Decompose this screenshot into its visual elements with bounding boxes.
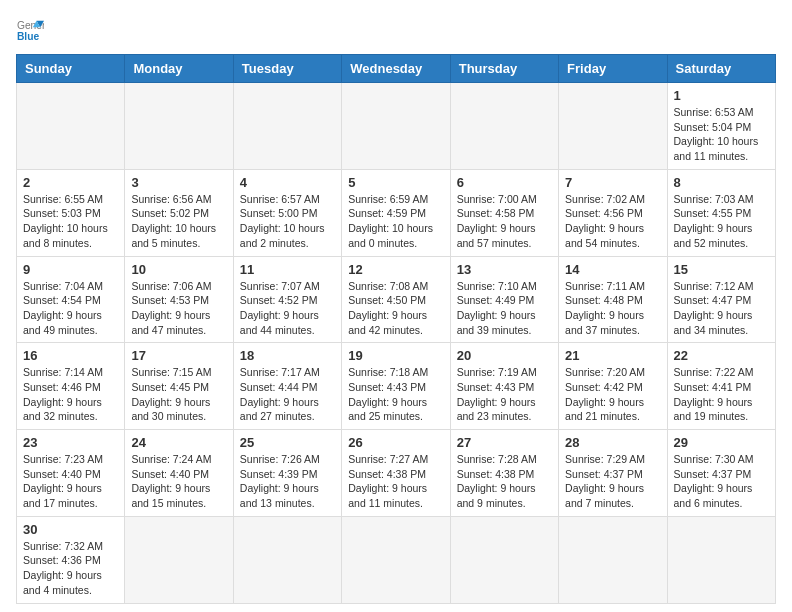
weekday-header-thursday: Thursday: [450, 55, 558, 83]
day-cell: 3Sunrise: 6:56 AM Sunset: 5:02 PM Daylig…: [125, 169, 233, 256]
day-info: Sunrise: 7:20 AM Sunset: 4:42 PM Dayligh…: [565, 365, 660, 424]
day-number: 3: [131, 175, 226, 190]
day-number: 14: [565, 262, 660, 277]
weekday-header-friday: Friday: [559, 55, 667, 83]
day-cell: 27Sunrise: 7:28 AM Sunset: 4:38 PM Dayli…: [450, 430, 558, 517]
day-cell: 23Sunrise: 7:23 AM Sunset: 4:40 PM Dayli…: [17, 430, 125, 517]
day-cell: 20Sunrise: 7:19 AM Sunset: 4:43 PM Dayli…: [450, 343, 558, 430]
day-cell: [450, 516, 558, 603]
day-cell: 6Sunrise: 7:00 AM Sunset: 4:58 PM Daylig…: [450, 169, 558, 256]
day-cell: 5Sunrise: 6:59 AM Sunset: 4:59 PM Daylig…: [342, 169, 450, 256]
day-cell: [450, 83, 558, 170]
day-number: 17: [131, 348, 226, 363]
day-cell: 26Sunrise: 7:27 AM Sunset: 4:38 PM Dayli…: [342, 430, 450, 517]
day-cell: 28Sunrise: 7:29 AM Sunset: 4:37 PM Dayli…: [559, 430, 667, 517]
day-cell: 7Sunrise: 7:02 AM Sunset: 4:56 PM Daylig…: [559, 169, 667, 256]
weekday-header-tuesday: Tuesday: [233, 55, 341, 83]
day-number: 11: [240, 262, 335, 277]
day-number: 10: [131, 262, 226, 277]
day-number: 12: [348, 262, 443, 277]
day-info: Sunrise: 6:57 AM Sunset: 5:00 PM Dayligh…: [240, 192, 335, 251]
day-info: Sunrise: 7:29 AM Sunset: 4:37 PM Dayligh…: [565, 452, 660, 511]
day-info: Sunrise: 7:23 AM Sunset: 4:40 PM Dayligh…: [23, 452, 118, 511]
day-number: 19: [348, 348, 443, 363]
day-cell: 17Sunrise: 7:15 AM Sunset: 4:45 PM Dayli…: [125, 343, 233, 430]
day-cell: [125, 516, 233, 603]
day-cell: 30Sunrise: 7:32 AM Sunset: 4:36 PM Dayli…: [17, 516, 125, 603]
calendar-table: SundayMondayTuesdayWednesdayThursdayFrid…: [16, 54, 776, 604]
day-cell: 12Sunrise: 7:08 AM Sunset: 4:50 PM Dayli…: [342, 256, 450, 343]
day-info: Sunrise: 7:07 AM Sunset: 4:52 PM Dayligh…: [240, 279, 335, 338]
week-row-4: 23Sunrise: 7:23 AM Sunset: 4:40 PM Dayli…: [17, 430, 776, 517]
day-info: Sunrise: 7:12 AM Sunset: 4:47 PM Dayligh…: [674, 279, 769, 338]
week-row-0: 1Sunrise: 6:53 AM Sunset: 5:04 PM Daylig…: [17, 83, 776, 170]
day-number: 7: [565, 175, 660, 190]
day-number: 5: [348, 175, 443, 190]
day-info: Sunrise: 7:04 AM Sunset: 4:54 PM Dayligh…: [23, 279, 118, 338]
svg-text:Blue: Blue: [17, 31, 40, 42]
day-info: Sunrise: 7:08 AM Sunset: 4:50 PM Dayligh…: [348, 279, 443, 338]
day-number: 4: [240, 175, 335, 190]
day-number: 15: [674, 262, 769, 277]
day-number: 25: [240, 435, 335, 450]
day-info: Sunrise: 7:22 AM Sunset: 4:41 PM Dayligh…: [674, 365, 769, 424]
day-number: 16: [23, 348, 118, 363]
day-cell: 19Sunrise: 7:18 AM Sunset: 4:43 PM Dayli…: [342, 343, 450, 430]
day-cell: 29Sunrise: 7:30 AM Sunset: 4:37 PM Dayli…: [667, 430, 775, 517]
day-cell: 14Sunrise: 7:11 AM Sunset: 4:48 PM Dayli…: [559, 256, 667, 343]
day-info: Sunrise: 7:02 AM Sunset: 4:56 PM Dayligh…: [565, 192, 660, 251]
day-cell: [125, 83, 233, 170]
day-cell: [233, 516, 341, 603]
day-info: Sunrise: 6:53 AM Sunset: 5:04 PM Dayligh…: [674, 105, 769, 164]
day-number: 22: [674, 348, 769, 363]
day-info: Sunrise: 7:15 AM Sunset: 4:45 PM Dayligh…: [131, 365, 226, 424]
weekday-header-row: SundayMondayTuesdayWednesdayThursdayFrid…: [17, 55, 776, 83]
day-number: 30: [23, 522, 118, 537]
day-cell: 11Sunrise: 7:07 AM Sunset: 4:52 PM Dayli…: [233, 256, 341, 343]
calendar-container: General Blue SundayMondayTuesdayWednesda…: [0, 0, 792, 612]
day-number: 13: [457, 262, 552, 277]
day-cell: 24Sunrise: 7:24 AM Sunset: 4:40 PM Dayli…: [125, 430, 233, 517]
day-info: Sunrise: 7:19 AM Sunset: 4:43 PM Dayligh…: [457, 365, 552, 424]
day-cell: 22Sunrise: 7:22 AM Sunset: 4:41 PM Dayli…: [667, 343, 775, 430]
day-number: 9: [23, 262, 118, 277]
header-area: General Blue: [16, 16, 776, 44]
day-info: Sunrise: 7:00 AM Sunset: 4:58 PM Dayligh…: [457, 192, 552, 251]
day-info: Sunrise: 7:10 AM Sunset: 4:49 PM Dayligh…: [457, 279, 552, 338]
day-cell: [559, 516, 667, 603]
day-cell: 18Sunrise: 7:17 AM Sunset: 4:44 PM Dayli…: [233, 343, 341, 430]
day-info: Sunrise: 7:11 AM Sunset: 4:48 PM Dayligh…: [565, 279, 660, 338]
day-info: Sunrise: 7:32 AM Sunset: 4:36 PM Dayligh…: [23, 539, 118, 598]
day-number: 23: [23, 435, 118, 450]
day-number: 21: [565, 348, 660, 363]
day-number: 26: [348, 435, 443, 450]
day-info: Sunrise: 7:28 AM Sunset: 4:38 PM Dayligh…: [457, 452, 552, 511]
day-info: Sunrise: 6:56 AM Sunset: 5:02 PM Dayligh…: [131, 192, 226, 251]
logo-area: General Blue: [16, 16, 44, 44]
weekday-header-monday: Monday: [125, 55, 233, 83]
day-number: 8: [674, 175, 769, 190]
day-cell: 21Sunrise: 7:20 AM Sunset: 4:42 PM Dayli…: [559, 343, 667, 430]
day-info: Sunrise: 7:17 AM Sunset: 4:44 PM Dayligh…: [240, 365, 335, 424]
day-number: 29: [674, 435, 769, 450]
day-number: 1: [674, 88, 769, 103]
day-info: Sunrise: 7:27 AM Sunset: 4:38 PM Dayligh…: [348, 452, 443, 511]
day-cell: [342, 83, 450, 170]
day-info: Sunrise: 7:03 AM Sunset: 4:55 PM Dayligh…: [674, 192, 769, 251]
day-cell: 15Sunrise: 7:12 AM Sunset: 4:47 PM Dayli…: [667, 256, 775, 343]
day-number: 28: [565, 435, 660, 450]
day-number: 27: [457, 435, 552, 450]
day-info: Sunrise: 7:26 AM Sunset: 4:39 PM Dayligh…: [240, 452, 335, 511]
day-info: Sunrise: 7:30 AM Sunset: 4:37 PM Dayligh…: [674, 452, 769, 511]
day-cell: 25Sunrise: 7:26 AM Sunset: 4:39 PM Dayli…: [233, 430, 341, 517]
weekday-header-saturday: Saturday: [667, 55, 775, 83]
day-cell: 16Sunrise: 7:14 AM Sunset: 4:46 PM Dayli…: [17, 343, 125, 430]
day-number: 20: [457, 348, 552, 363]
day-cell: 13Sunrise: 7:10 AM Sunset: 4:49 PM Dayli…: [450, 256, 558, 343]
day-number: 6: [457, 175, 552, 190]
day-cell: [233, 83, 341, 170]
day-info: Sunrise: 7:18 AM Sunset: 4:43 PM Dayligh…: [348, 365, 443, 424]
day-cell: 9Sunrise: 7:04 AM Sunset: 4:54 PM Daylig…: [17, 256, 125, 343]
week-row-2: 9Sunrise: 7:04 AM Sunset: 4:54 PM Daylig…: [17, 256, 776, 343]
day-info: Sunrise: 7:06 AM Sunset: 4:53 PM Dayligh…: [131, 279, 226, 338]
